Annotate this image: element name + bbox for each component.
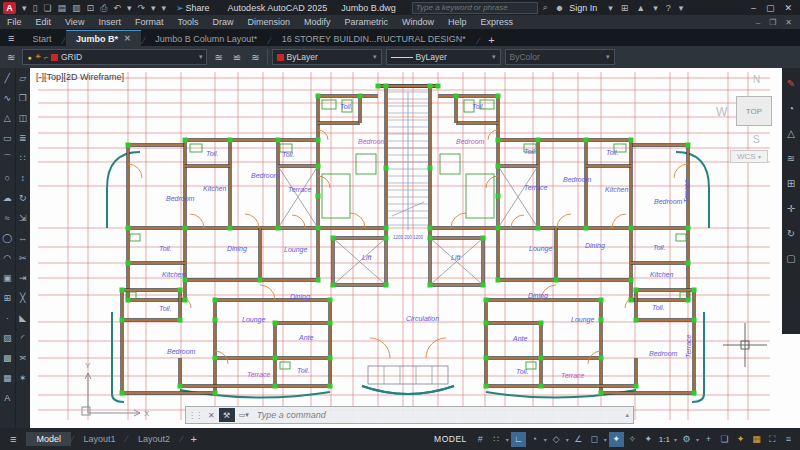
recent-commands-icon[interactable]: ▭▾ — [235, 411, 253, 419]
object-snap-tracking-toggle[interactable]: ∠ — [571, 432, 586, 447]
viewcube-south[interactable]: S — [753, 134, 760, 145]
object-snap-toggle[interactable]: ◻ — [587, 432, 602, 447]
pan-icon[interactable]: ✛ — [787, 197, 795, 219]
linetype-dropdown[interactable]: ByLayer ▾ — [386, 49, 501, 65]
isometric-drafting-toggle-caret[interactable]: ▾ — [565, 436, 570, 443]
offset-icon[interactable]: ≣ — [16, 128, 29, 148]
polygon-icon[interactable]: △ — [1, 108, 14, 128]
undo-caret-icon[interactable]: ▾ — [125, 1, 134, 15]
ellipse-arc-icon[interactable]: ◠ — [1, 248, 14, 268]
new-layout-button[interactable]: + — [183, 433, 205, 445]
navigation-wheel-icon[interactable]: ◔ — [788, 97, 794, 119]
stretch-icon[interactable]: ↔ — [16, 228, 29, 248]
copy-icon[interactable]: ❐ — [16, 88, 29, 108]
annotation-scale-icon[interactable]: ✦ — [641, 432, 656, 447]
close-icon[interactable]: ✕ — [204, 411, 219, 420]
minimize-button[interactable]: – — [751, 3, 756, 13]
scale-value[interactable]: 1:1 — [657, 435, 672, 444]
scale-icon[interactable]: ⇲ — [16, 208, 29, 228]
insert-block-icon[interactable]: ▣ — [1, 268, 14, 288]
file-tab-0[interactable]: Start — [22, 31, 61, 46]
clean-screen[interactable]: ▦ — [749, 432, 764, 447]
layout-tab-layout1[interactable]: Layout1 — [73, 432, 125, 446]
isometric-drafting-toggle[interactable]: ◇ — [549, 432, 564, 447]
object-snap-toggle-caret[interactable]: ▾ — [603, 436, 608, 443]
menu-edit[interactable]: Edit — [29, 17, 59, 27]
autoscale-toggle[interactable]: ✧ — [625, 432, 640, 447]
array-icon[interactable]: ∷ — [16, 148, 29, 168]
rectangle-icon[interactable]: ▭ — [1, 128, 14, 148]
grid-display-toggle[interactable]: # — [473, 432, 488, 447]
drawing-area[interactable]: Toil.KitchenBedroomBedroomToil.TerraceTo… — [30, 68, 800, 428]
model-space-indicator[interactable]: MODEL — [429, 432, 472, 446]
app-menu-caret-icon[interactable]: ▾ — [20, 1, 29, 15]
save-as-icon[interactable]: ▥ — [70, 1, 83, 15]
point-icon[interactable]: ∙ — [1, 308, 14, 328]
menu-parametric[interactable]: Parametric — [338, 17, 396, 27]
help-icon[interactable]: ? — [664, 3, 673, 13]
join-icon[interactable]: ≍ — [16, 348, 29, 368]
chamfer-icon[interactable]: ◣ — [16, 308, 29, 328]
search-input[interactable] — [412, 2, 538, 14]
explode-icon[interactable]: ✶ — [16, 368, 29, 388]
file-tab-3[interactable]: 16 STOREY BUILDIN...RUCTURAL DESIGN* — [272, 31, 476, 46]
command-line-bar[interactable]: ⋮⋮ ✕ ⚒ ▭▾ Type a command ▴ — [185, 406, 634, 424]
hatch-icon[interactable]: ▨ — [1, 328, 14, 348]
command-bar-grip[interactable]: ⋮⋮ — [186, 411, 204, 420]
wcs-dropdown[interactable]: WCS ▾ — [730, 150, 768, 163]
file-tab-1[interactable]: Jumbo B*✕ — [66, 30, 141, 46]
menu-format[interactable]: Format — [128, 17, 171, 27]
gradient-icon[interactable]: ▩ — [1, 348, 14, 368]
hardware-acceleration[interactable]: ✦ — [733, 432, 748, 447]
sign-in-button[interactable]: Sign In — [569, 3, 597, 13]
fillet-icon[interactable]: ◜ — [16, 328, 29, 348]
layer-state-icon[interactable]: ≋ — [211, 52, 225, 63]
doc-restore-button[interactable]: ❐ — [769, 18, 776, 27]
fullscreen-icon[interactable]: ⛶ — [765, 432, 780, 447]
extend-icon[interactable]: ⇥ — [16, 268, 29, 288]
redo-caret-icon[interactable]: ▾ — [149, 1, 158, 15]
menu-file[interactable]: File — [0, 17, 29, 27]
box-icon[interactable]: ▢ — [786, 247, 795, 269]
isolate-objects[interactable]: ❏ — [717, 432, 732, 447]
autodesk-logo-icon[interactable]: ▲ — [634, 3, 647, 13]
customize-wrench-icon[interactable]: ⚒ — [219, 408, 235, 422]
share-button[interactable]: ➢ Share — [176, 3, 210, 13]
menu-dimension[interactable]: Dimension — [240, 17, 297, 27]
menu-insert[interactable]: Insert — [91, 17, 128, 27]
grid-squares-icon[interactable]: ⊞ — [787, 172, 795, 194]
layer-previous-icon[interactable]: ≌ — [230, 52, 244, 63]
close-button[interactable]: ✕ — [784, 3, 792, 13]
erase-icon[interactable]: ▱ — [16, 68, 29, 88]
snap-mode-toggle[interactable]: ∷ — [489, 432, 504, 447]
signin-caret-icon[interactable]: ▾ — [606, 3, 615, 13]
plot-icon[interactable]: ⊡ — [85, 1, 97, 15]
move-icon[interactable]: ↕ — [16, 168, 29, 188]
cart-icon[interactable]: ⊞ — [619, 3, 631, 13]
autodesk-caret-icon[interactable]: ▾ — [651, 3, 660, 13]
layout-tab-model[interactable]: Model — [26, 432, 71, 446]
undo-icon[interactable]: ↶ — [111, 1, 123, 15]
floor-plan-canvas[interactable]: Toil.KitchenBedroomBedroomToil.TerraceTo… — [30, 68, 800, 428]
circle-icon[interactable]: ○ — [1, 168, 14, 188]
customize-caret-icon[interactable]: ▾ — [160, 1, 169, 15]
make-block-icon[interactable]: ⊞ — [1, 288, 14, 308]
break-icon[interactable]: ╳ — [16, 288, 29, 308]
save-icon[interactable]: ▤ — [56, 1, 69, 15]
workspace-switching[interactable]: ⚙ — [679, 432, 694, 447]
text-icon[interactable]: A — [1, 388, 14, 408]
menu-tools[interactable]: Tools — [170, 17, 205, 27]
viewcube-west[interactable]: W — [716, 105, 727, 119]
app-menu-button[interactable]: A — [3, 2, 16, 14]
menu-express[interactable]: Express — [474, 17, 521, 27]
annotation-visibility-toggle[interactable]: ✦ — [609, 432, 624, 447]
customization-menu[interactable]: ≡ — [781, 432, 796, 447]
menu-view[interactable]: View — [58, 17, 91, 27]
revision-cloud-icon[interactable]: ☁ — [1, 188, 14, 208]
polyline-icon[interactable]: ∿ — [1, 88, 14, 108]
object-color-dropdown[interactable]: ByLayer ▾ — [272, 49, 382, 65]
layout-tabs-menu-icon[interactable]: ≡ — [0, 433, 26, 445]
menu-modify[interactable]: Modify — [297, 17, 338, 27]
menu-help[interactable]: Help — [441, 17, 474, 27]
mirror-icon[interactable]: ◫ — [16, 108, 29, 128]
